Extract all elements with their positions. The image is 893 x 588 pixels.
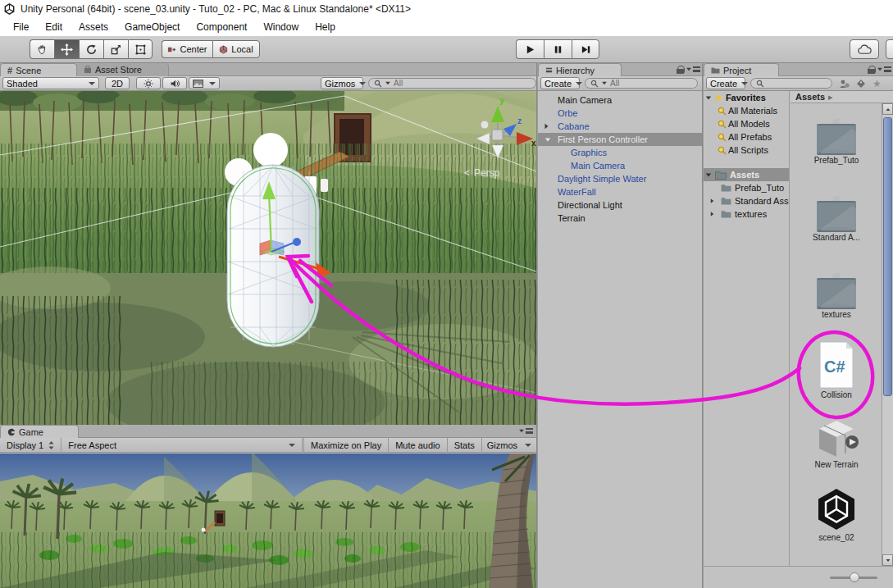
- project-bottom-bar: [704, 566, 893, 588]
- rotate-tool-button[interactable]: [79, 39, 103, 59]
- asset-item-new-terrain[interactable]: New Terrain: [790, 417, 882, 469]
- asset-item-scene-02[interactable]: scene_02: [790, 486, 882, 542]
- search-by-label-icon[interactable]: [856, 79, 866, 89]
- gizmo-axis-back-handle[interactable]: [481, 121, 489, 129]
- asset-item-standard-assets[interactable]: Standard A...: [790, 195, 882, 242]
- favorites-root-row[interactable]: ★ Favorites: [704, 91, 789, 104]
- fold-arrow-icon[interactable]: [706, 96, 711, 99]
- gizmo-cube[interactable]: [492, 130, 503, 140]
- cloud-services-button[interactable]: [850, 39, 879, 59]
- hierarchy-item-orbe[interactable]: Orbe: [538, 107, 702, 120]
- persp-label[interactable]: Persp: [474, 167, 500, 179]
- scene-audio-button[interactable]: [162, 77, 187, 89]
- window-title: Unity Personal (64bit) - scene_03.unity …: [21, 3, 411, 15]
- play-button[interactable]: [516, 39, 544, 59]
- scene-gizmos-label: Gizmos: [325, 79, 355, 89]
- tab-project[interactable]: Project: [704, 63, 779, 76]
- fold-arrow-icon[interactable]: [545, 138, 550, 141]
- scrollbar-thumb[interactable]: [883, 117, 892, 396]
- hierarchy-item-daylight-simple-water[interactable]: Daylight Simple Water: [538, 172, 702, 185]
- hierarchy-item-first-person-controller[interactable]: First Person Controller: [538, 133, 702, 146]
- project-search-input[interactable]: [750, 78, 832, 89]
- fold-arrow-icon[interactable]: [711, 212, 714, 217]
- hierarchy-item-directional-light[interactable]: Directional Light: [538, 198, 702, 212]
- shading-mode-dropdown[interactable]: Shaded: [2, 77, 99, 89]
- hierarchy-lock-icon[interactable]: [677, 66, 684, 74]
- fold-arrow-icon[interactable]: [706, 173, 711, 176]
- game-panel-menu-button[interactable]: [518, 428, 533, 434]
- stats-button[interactable]: Stats: [447, 438, 481, 453]
- menu-help[interactable]: Help: [307, 20, 344, 34]
- 2d-toggle-button[interactable]: 2D: [105, 77, 130, 89]
- game-gizmos-dropdown[interactable]: Gizmos: [481, 438, 536, 453]
- maximize-on-play-button[interactable]: Maximize on Play: [303, 438, 388, 453]
- project-panel-menu-button[interactable]: [877, 66, 891, 72]
- menu-file[interactable]: File: [5, 20, 37, 34]
- tree-item-label: Prefab_Tuto: [735, 183, 784, 193]
- aspect-dropdown[interactable]: Free Aspect: [62, 438, 303, 453]
- layers-button-clipped[interactable]: [886, 39, 893, 59]
- fold-arrow-icon[interactable]: [711, 198, 714, 203]
- scene-search-input[interactable]: All: [368, 78, 536, 89]
- tab-asset-store[interactable]: Asset Store: [77, 63, 169, 76]
- search-by-type-icon[interactable]: [839, 79, 850, 89]
- favorite-all-prefabs[interactable]: All Prefabs: [704, 130, 789, 144]
- move-tool-button[interactable]: [54, 39, 79, 59]
- mute-audio-button[interactable]: Mute audio: [388, 438, 446, 453]
- menu-edit[interactable]: Edit: [37, 20, 71, 34]
- hierarchy-item-cabane[interactable]: Cabane: [538, 120, 702, 133]
- fold-arrow-icon[interactable]: [545, 124, 549, 129]
- pause-button[interactable]: [544, 39, 572, 59]
- assets-root-row[interactable]: Assets: [704, 168, 789, 181]
- project-create-dropdown[interactable]: Create: [706, 77, 745, 89]
- asset-store-tab-label: Asset Store: [95, 65, 142, 75]
- hierarchy-search-input[interactable]: All: [585, 78, 698, 89]
- fpc-capsule[interactable]: [227, 165, 319, 347]
- project-scrollbar[interactable]: [882, 103, 893, 566]
- tab-game[interactable]: Game: [0, 425, 79, 438]
- hierarchy-item-main-camera[interactable]: Main Camera: [538, 93, 702, 107]
- scene-effects-dropdown[interactable]: [189, 77, 220, 89]
- hierarchy-item-fpc-main-camera[interactable]: Main Camera: [538, 159, 702, 172]
- menu-component[interactable]: Component: [188, 20, 255, 34]
- game-viewport[interactable]: [0, 454, 536, 588]
- hierarchy-item-graphics[interactable]: Graphics: [538, 146, 702, 159]
- step-button[interactable]: [572, 39, 599, 59]
- tree-item-prefab-tuto[interactable]: Prefab_Tuto: [704, 181, 789, 194]
- tab-hierarchy[interactable]: Hierarchy: [538, 63, 622, 76]
- favorite-search-star-icon[interactable]: ★: [872, 78, 882, 89]
- scroll-down-button[interactable]: [882, 554, 893, 566]
- tab-scene[interactable]: # Scene: [0, 63, 77, 76]
- space-toggle-button[interactable]: Local: [212, 40, 260, 58]
- hierarchy-panel-menu-button[interactable]: [686, 66, 700, 72]
- rect-tool-button[interactable]: [128, 39, 153, 59]
- sun-icon: [144, 79, 153, 89]
- scroll-up-button[interactable]: [882, 103, 893, 115]
- display-dropdown[interactable]: Display 1: [0, 438, 62, 453]
- hierarchy-create-dropdown[interactable]: Create: [540, 77, 580, 89]
- favorite-all-materials[interactable]: All Materials: [704, 104, 789, 117]
- favorite-all-models[interactable]: All Models: [704, 117, 789, 130]
- asset-item-collision[interactable]: C# Collision: [790, 341, 882, 399]
- asset-item-textures[interactable]: textures: [790, 272, 882, 319]
- menu-assets[interactable]: Assets: [71, 20, 116, 34]
- breadcrumb-label[interactable]: Assets: [795, 92, 825, 102]
- move-gizmo-z-handle[interactable]: [293, 238, 301, 246]
- thumbnail-zoom-slider[interactable]: [830, 577, 877, 579]
- hierarchy-item-terrain[interactable]: Terrain: [538, 212, 702, 225]
- hierarchy-item-waterfall[interactable]: WaterFall: [538, 185, 702, 198]
- scene-lighting-button[interactable]: [136, 77, 161, 89]
- tree-item-textures[interactable]: textures: [704, 207, 789, 221]
- scale-tool-button[interactable]: [103, 39, 128, 59]
- scene-gizmos-dropdown[interactable]: Gizmos: [321, 77, 363, 89]
- favorite-all-scripts[interactable]: All Scripts: [704, 144, 789, 157]
- tree-item-standard-assets[interactable]: Standard Assets: [704, 194, 789, 207]
- asset-item-prefab-tuto[interactable]: Prefab_Tuto: [790, 118, 882, 165]
- project-lock-icon[interactable]: [868, 66, 875, 74]
- scene-viewport[interactable]: y z x < Persp: [0, 91, 536, 425]
- menu-window[interactable]: Window: [255, 20, 307, 34]
- pivot-toggle-button[interactable]: Center: [162, 40, 212, 58]
- hand-tool-button[interactable]: [30, 39, 54, 59]
- slider-knob[interactable]: [850, 572, 859, 582]
- menu-gameobject[interactable]: GameObject: [116, 20, 188, 34]
